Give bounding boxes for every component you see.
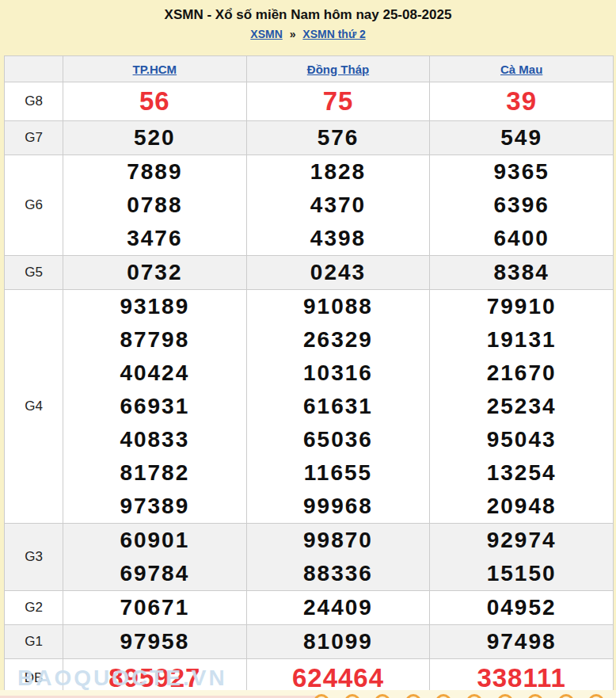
prize-value: 81782 [63,456,246,490]
prize-label: G7 [5,121,63,155]
prize-value: 99968 [247,490,430,523]
prize-value: 10316 [247,357,430,390]
prize-cell: 182843704398 [246,155,430,256]
lotto-ball-top-icon [558,694,574,698]
prize-cell: 936563966400 [430,155,614,256]
prize-value: 91088 [247,290,430,323]
prize-cell: 75 [246,82,430,121]
prize-value: 4398 [247,222,430,255]
prize-value: 65036 [247,423,430,456]
prize-value: 25234 [430,390,613,423]
prize-value: 75 [247,82,430,120]
breadcrumb-link-xsmn-thu-2[interactable]: XSMN thứ 2 [302,28,365,40]
prize-label: G3 [5,524,63,591]
prize-cell: 97498 [430,625,614,659]
table-row: G5073202438384 [5,256,614,290]
prize-value: 26329 [247,323,430,357]
lotto-ball-top-icon [405,694,421,698]
prize-value: 1828 [247,155,430,189]
breadcrumb-link-xsmn[interactable]: XSMN [250,28,282,40]
prize-value: 92974 [430,524,613,557]
lotto-ball-top-icon [497,694,513,698]
prize-value: 40833 [63,423,246,456]
prize-label: G1 [5,625,63,659]
prize-value: 97498 [430,625,613,658]
prize-value: 0788 [63,189,246,222]
prize-cell: 549 [430,121,614,155]
lotto-ball-top-icon [314,694,329,698]
prize-value: 576 [247,121,430,154]
prize-value: 19131 [430,323,613,357]
prize-cell: 0243 [246,256,430,290]
table-row: G493189877984042466931408338178297389910… [5,290,614,524]
prize-cell: 9987088336 [246,524,430,591]
lotto-ball-top-icon [466,694,482,698]
prize-value: 95043 [430,423,613,456]
prize-cell: 9297415150 [430,524,614,591]
prize-cell: 520 [63,121,247,155]
prize-value: 11655 [247,456,430,490]
prize-value: 40424 [63,357,246,390]
prize-cell: 56 [63,82,247,121]
prize-cell: 81099 [246,625,430,659]
prize-value: 20948 [430,490,613,523]
table-row: G6788907883476182843704398936563966400 [5,155,614,256]
prize-value: 13254 [430,456,613,490]
prize-cell: 93189877984042466931408338178297389 [63,290,247,524]
prize-value: 3476 [63,222,246,255]
prize-label: G5 [5,256,63,290]
table-row: G1979588109997498 [5,625,614,659]
header-row: TP.HCM Đồng Tháp Cà Mau [5,56,614,82]
prize-value: 9365 [430,155,613,189]
prize-label: G8 [5,82,63,121]
province-link-tphcm[interactable]: TP.HCM [133,63,177,76]
prize-value: 69784 [63,557,246,590]
prize-cell: 04952 [430,591,614,625]
prize-value: 0243 [247,256,430,289]
prize-value: 39 [430,82,613,120]
prize-value: 81099 [247,625,430,658]
prize-value: 99870 [247,524,430,557]
prize-cell: 8384 [430,256,614,290]
prize-cell: 0732 [63,256,247,290]
prize-value: 79910 [430,290,613,323]
province-link-dong-thap[interactable]: Đồng Tháp [307,63,369,76]
header-col-ca-mau: Cà Mau [430,56,614,82]
prize-label: G4 [5,290,63,524]
prize-value: 66931 [63,390,246,423]
prize-value: 4370 [247,189,430,222]
prize-value: 6396 [430,189,613,222]
header-empty-cell [5,56,63,82]
prize-value: 87798 [63,323,246,357]
prize-value: 21670 [430,357,613,390]
breadcrumb-separator: » [290,28,296,40]
header-col-dong-thap: Đồng Tháp [246,56,430,82]
header-col-tphcm: TP.HCM [63,56,247,82]
prize-value: 70671 [63,591,246,624]
prize-value: 93189 [63,290,246,323]
prize-value: 0732 [63,256,246,289]
prize-value: 8384 [430,256,613,289]
lotto-ball-top-icon [435,694,451,698]
prize-value: 97958 [63,625,246,658]
prize-label: G2 [5,591,63,625]
prize-cell: 576 [246,121,430,155]
prize-label: G6 [5,155,63,256]
prize-value: 61631 [247,390,430,423]
table-row: G2706712440904952 [5,591,614,625]
prize-cell: 24409 [246,591,430,625]
prize-value: 60901 [63,524,246,557]
page-title: XSMN - Xổ số miền Nam hôm nay 25-08-2025 [0,0,616,24]
prize-cell: 39 [430,82,614,121]
breadcrumb: XSMN » XSMN thứ 2 [0,26,616,42]
prize-value: 97389 [63,490,246,523]
table-row: G7520576549 [5,121,614,155]
prize-value: 56 [63,82,246,120]
prize-value: 6400 [430,222,613,255]
province-link-ca-mau[interactable]: Cà Mau [500,63,542,76]
lotto-ball-top-icon [588,694,604,698]
prize-value: 549 [430,121,613,154]
prize-value: 15150 [430,557,613,590]
table-row: G3609016978499870883369297415150 [5,524,614,591]
prize-cell: 70671 [63,591,247,625]
